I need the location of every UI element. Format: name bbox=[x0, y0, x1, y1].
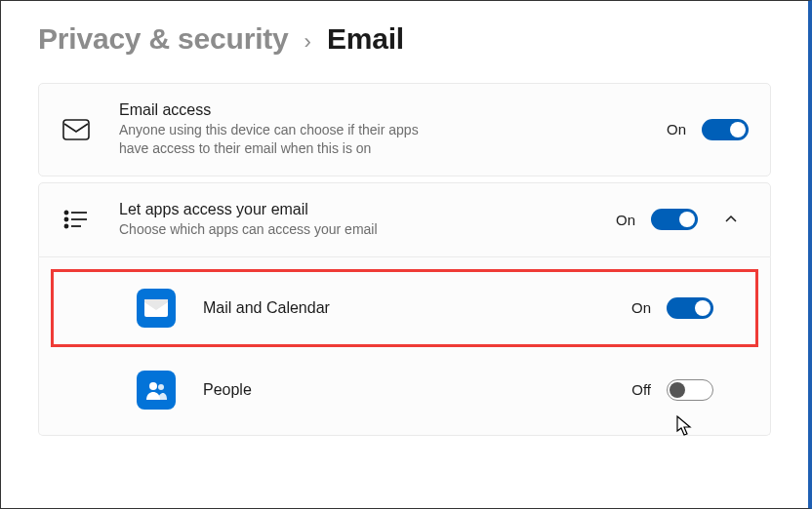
email-access-toggle[interactable] bbox=[702, 119, 749, 140]
breadcrumb-parent[interactable]: Privacy & security bbox=[38, 22, 289, 56]
app-state-label: Off bbox=[631, 381, 651, 398]
svg-point-9 bbox=[158, 384, 164, 390]
people-app-icon bbox=[137, 371, 176, 410]
app-access-list: Mail and Calendar On People Off bbox=[38, 257, 771, 436]
people-toggle[interactable] bbox=[667, 379, 713, 401]
email-access-state-label: On bbox=[667, 121, 686, 137]
svg-point-8 bbox=[149, 382, 157, 390]
email-access-title: Email access bbox=[119, 101, 447, 119]
app-state-label: On bbox=[631, 299, 651, 316]
email-access-description: Anyone using this device can choose if t… bbox=[119, 121, 447, 158]
list-settings-icon bbox=[57, 209, 96, 230]
svg-point-5 bbox=[65, 225, 68, 228]
svg-rect-0 bbox=[63, 120, 89, 139]
let-apps-description: Choose which apps can access your email bbox=[119, 220, 447, 239]
chevron-right-icon: › bbox=[304, 29, 311, 55]
breadcrumb: Privacy & security › Email bbox=[38, 22, 771, 56]
settings-window: Privacy & security › Email Email access … bbox=[0, 0, 812, 509]
svg-point-1 bbox=[65, 212, 68, 215]
breadcrumb-current: Email bbox=[327, 22, 404, 56]
expand-collapse-button[interactable] bbox=[713, 202, 749, 237]
mail-and-calendar-toggle[interactable] bbox=[667, 297, 713, 319]
app-name-label: People bbox=[203, 381, 631, 399]
app-row-mail-and-calendar: Mail and Calendar On bbox=[51, 269, 758, 347]
app-name-label: Mail and Calendar bbox=[203, 299, 631, 317]
svg-point-3 bbox=[65, 218, 68, 221]
chevron-up-icon bbox=[724, 213, 738, 226]
let-apps-toggle[interactable] bbox=[651, 209, 698, 230]
mail-icon bbox=[57, 119, 96, 140]
let-apps-section[interactable]: Let apps access your email Choose which … bbox=[38, 182, 771, 257]
mail-app-icon bbox=[137, 289, 176, 328]
let-apps-title: Let apps access your email bbox=[119, 201, 447, 218]
email-access-section: Email access Anyone using this device ca… bbox=[38, 83, 771, 176]
app-row-people: People Off bbox=[39, 355, 770, 425]
let-apps-state-label: On bbox=[616, 212, 635, 228]
